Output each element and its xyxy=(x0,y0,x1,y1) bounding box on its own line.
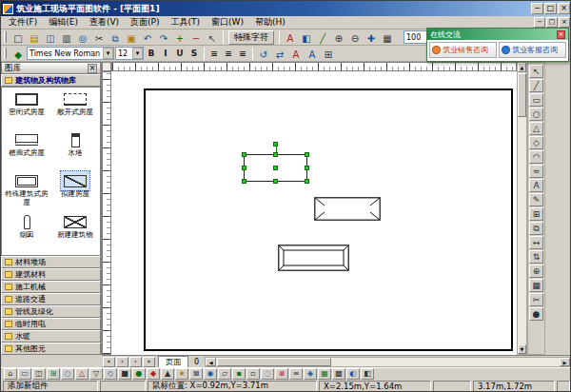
symbol-lines-icon[interactable]: ≡ xyxy=(289,368,303,380)
special-chars-button[interactable]: 特殊字符 xyxy=(228,30,274,45)
flip-icon[interactable]: ⇄ xyxy=(272,47,287,61)
library-section[interactable]: 临时用电 xyxy=(1,318,101,330)
symbol-half-icon[interactable]: ◐ xyxy=(346,368,360,380)
arc-tool-icon[interactable]: ◠ xyxy=(529,150,543,164)
highlight-color-icon[interactable]: A xyxy=(305,47,320,61)
symbol-shed-icon[interactable]: ▭ xyxy=(18,368,31,380)
horizontal-scrollbar[interactable]: ◀ ▶ xyxy=(205,357,571,367)
pointer-icon[interactable]: ↖ xyxy=(205,30,220,45)
vertical-scrollbar[interactable]: ▲ ▼ xyxy=(517,62,527,355)
symbol-warehouse-icon[interactable]: ◫ xyxy=(32,368,46,380)
menu-item[interactable]: 工具(T) xyxy=(166,16,207,29)
resize-handle[interactable] xyxy=(305,152,309,157)
zoom-tool-icon[interactable]: ⊕ xyxy=(529,265,543,278)
rotate-icon[interactable]: ↺ xyxy=(256,47,271,61)
library-item[interactable]: 水塔 xyxy=(51,130,99,170)
symbol-cell-icon[interactable]: ▫ xyxy=(246,368,260,380)
h-flip-tool-icon[interactable]: ↔ xyxy=(529,236,543,249)
diamond-tool-icon[interactable]: ◇ xyxy=(529,136,543,149)
cut-tool-icon[interactable]: ✂ xyxy=(529,293,543,306)
menu-item[interactable]: 帮助(H) xyxy=(249,16,291,29)
service-chat-button[interactable]: 筑业客服咨询 xyxy=(499,42,566,58)
library-section[interactable]: 施工机械 xyxy=(1,281,101,293)
open-icon[interactable]: ▤ xyxy=(27,30,42,45)
symbol-circle-icon[interactable]: ◌ xyxy=(261,368,274,380)
maximize-button[interactable]: □ xyxy=(544,3,557,14)
temporary-building-shape[interactable] xyxy=(278,245,349,271)
library-item[interactable]: 檐廊式房屋 xyxy=(3,130,50,170)
delete-icon[interactable]: − xyxy=(188,30,204,45)
text-color-icon[interactable]: A xyxy=(288,47,304,61)
scroll-left-icon[interactable]: ◀ xyxy=(206,358,216,366)
zoom-out-icon[interactable]: ⊖ xyxy=(347,30,363,45)
scroll-down-icon[interactable]: ▼ xyxy=(518,344,526,354)
symbol-otimes-icon[interactable]: ⊗ xyxy=(275,368,288,380)
chevron-down-icon[interactable]: ▾ xyxy=(132,48,143,59)
page-tab[interactable]: 页面 xyxy=(158,356,188,367)
paste-icon[interactable]: ▣ xyxy=(124,30,139,45)
close-icon[interactable]: × xyxy=(88,64,97,73)
minimize-button[interactable]: − xyxy=(531,3,543,14)
center-handle[interactable] xyxy=(273,166,278,170)
copy-tool-icon[interactable]: ⧉ xyxy=(529,222,543,235)
v-flip-tool-icon[interactable]: ⇅ xyxy=(529,250,543,264)
point-tool-icon[interactable]: ● xyxy=(529,307,543,321)
planned-building-shape[interactable] xyxy=(314,197,381,221)
close-button[interactable]: × xyxy=(558,3,570,14)
toolbar-grip[interactable] xyxy=(4,31,7,43)
menu-item[interactable]: 窗口(W) xyxy=(206,16,249,29)
menu-item[interactable]: 编辑(E) xyxy=(43,16,84,29)
symbol-funnel-icon[interactable]: ▽ xyxy=(89,368,103,380)
menu-item[interactable]: 查看(V) xyxy=(84,16,125,29)
menu-item[interactable]: 文件(F) xyxy=(3,16,43,29)
symbol-crystal-icon[interactable]: ◈ xyxy=(304,368,317,380)
symbol-mesh-icon[interactable]: ▦ xyxy=(318,368,331,380)
select-tool-icon[interactable]: ↖ xyxy=(529,65,543,78)
symbol-shade-icon[interactable]: ▩ xyxy=(332,368,345,380)
rectangle-tool-icon[interactable]: ▭ xyxy=(529,93,543,107)
resize-handle[interactable] xyxy=(242,166,246,170)
table-icon[interactable]: ⊞ xyxy=(321,47,336,61)
scroll-right-icon[interactable]: ▶ xyxy=(560,358,570,366)
text-tool-icon[interactable]: A xyxy=(529,179,543,192)
symbol-target-icon[interactable]: ◉ xyxy=(204,368,217,380)
symbol-peak-icon[interactable]: ▲ xyxy=(161,368,174,380)
library-item[interactable]: 敞开式房屋 xyxy=(51,89,99,129)
print-preview-icon[interactable]: ◎ xyxy=(75,30,90,45)
line-color-icon[interactable]: ╱ xyxy=(315,30,330,45)
toolbar-grip[interactable] xyxy=(4,48,7,59)
font-select[interactable]: Times New Roman ▾ xyxy=(27,47,114,60)
library-item[interactable]: 烟囱 xyxy=(3,212,50,252)
add-icon[interactable]: + xyxy=(172,30,187,45)
symbol-point-icon[interactable]: ● xyxy=(132,368,146,380)
curve-tool-icon[interactable]: ≈ xyxy=(529,165,543,178)
vertical-scroll-thumb[interactable] xyxy=(518,73,526,117)
resize-handle[interactable] xyxy=(305,166,309,170)
mdi-minimize-button[interactable]: − xyxy=(534,17,545,28)
drawing-canvas[interactable] xyxy=(111,71,517,355)
resize-handle[interactable] xyxy=(242,152,246,157)
cut-icon[interactable]: ✂ xyxy=(91,30,107,45)
symbol-square-icon[interactable]: ◧ xyxy=(361,368,374,380)
pencil-tool-icon[interactable]: ✎ xyxy=(529,193,543,206)
close-icon[interactable]: × xyxy=(557,30,565,39)
underline-button[interactable]: U xyxy=(173,47,187,60)
bold-button[interactable]: B xyxy=(145,47,158,60)
redo-icon[interactable]: ↷ xyxy=(156,30,171,45)
library-item[interactable]: 特殊建筑式房屋 xyxy=(3,171,50,211)
first-page-button[interactable]: « xyxy=(103,357,115,367)
pan-icon[interactable]: ✚ xyxy=(364,30,379,45)
font-color-icon[interactable]: A xyxy=(283,30,298,45)
strike-button[interactable]: S xyxy=(187,47,201,60)
save-icon[interactable]: ◫ xyxy=(43,30,58,45)
align-right-icon[interactable]: ≡ xyxy=(236,47,249,60)
undo-icon[interactable]: ↶ xyxy=(140,30,155,45)
symbol-cone-icon[interactable]: △ xyxy=(75,368,89,380)
symbol-star-icon[interactable]: ★ xyxy=(175,368,188,380)
shape-style-icon[interactable]: ◆ xyxy=(10,47,26,61)
next-page-button[interactable]: › xyxy=(129,357,142,367)
resize-handle[interactable] xyxy=(242,179,246,184)
grid-icon[interactable]: ▦ xyxy=(380,30,395,45)
add-component-button[interactable]: 添加新组件 xyxy=(3,381,98,392)
chevron-down-icon[interactable]: ▾ xyxy=(103,48,113,59)
